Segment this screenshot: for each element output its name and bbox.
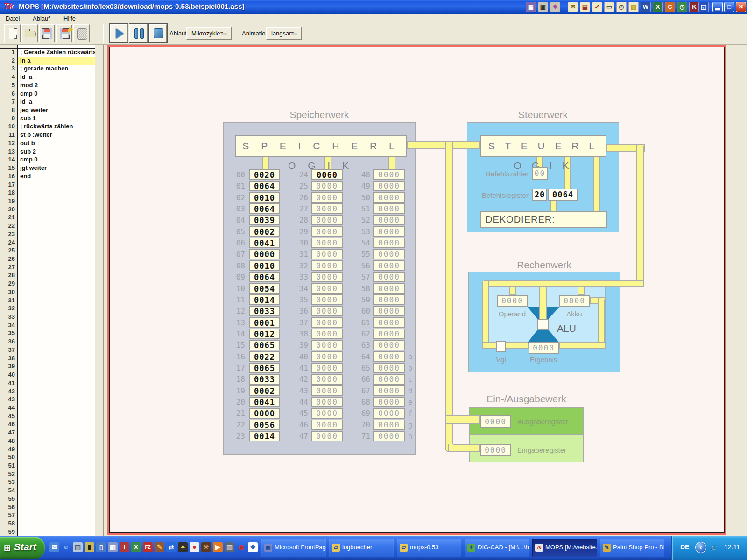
burner-icon[interactable]: ✶ [178,542,188,552]
menu-item-datei[interactable]: Datei [4,14,21,22]
line-number: 29 [0,280,15,287]
minimize-button[interactable]: ▂ [712,2,723,12]
eingaberegister-label: Eingaberegister [517,446,583,454]
access-key-icon[interactable]: K [689,2,699,12]
menu-item-hilfe[interactable]: Hilfe [62,14,78,22]
code-line: cmp 0 [18,90,95,98]
open-file-button[interactable] [21,24,38,42]
task-button-2[interactable]: logbuecher▱ [329,539,394,557]
line-number: 41 [0,379,15,386]
memory-cell-26: 0000 [311,192,343,203]
code-line [18,305,95,313]
pause-button[interactable] [129,24,148,42]
scanner-icon[interactable]: ▥ [225,542,234,552]
code-line [18,189,95,197]
memory-address: 44 [294,398,308,406]
calendar-icon[interactable]: ▤ [580,2,590,12]
headset-icon[interactable]: ◍ [236,542,246,552]
memory-cell-44: 0000 [311,397,343,407]
line-number: 3 [0,65,15,72]
volume-icon[interactable]: ♫ [710,543,716,552]
memory-address: 56 [356,261,370,270]
line-number: 18 [0,189,15,196]
memory-address: 35 [294,295,308,304]
spreadsheet-icon[interactable]: X [131,542,141,552]
notes-icon[interactable]: ▨ [628,2,639,12]
excel-icon[interactable]: X [653,2,663,12]
tk-app-icon: Tk [4,2,14,12]
ablauf-dropdown-value: Mikrozyklen [191,30,224,37]
ausgaberegister-value: 0000 [480,415,511,428]
code-line [18,495,95,504]
code-line [18,511,95,520]
memory-cell-08: 0010 [249,260,280,271]
memory-cell-62: 0000 [374,329,405,339]
new-file-button[interactable] [4,24,21,42]
task-button-5[interactable]: MOPS [M:/website...76 [532,539,597,557]
task-button-1[interactable]: Microsoft FrontPag...▣ [261,539,326,557]
mail-icon[interactable]: ✉ [568,2,578,12]
task-button-4[interactable]: DIG-CAD - [M:\...\h...✦ [465,539,529,557]
memory-address: 45 [294,409,308,418]
word-icon[interactable]: W [641,2,651,12]
remote-control-icon[interactable]: ▮ [85,542,94,552]
maximize-button[interactable]: □ [724,2,734,12]
title-bar[interactable]: Tk MOPS [M:/websites/info/lex03/download… [0,0,747,14]
gimp-icon[interactable]: ✳ [201,542,211,552]
code-editor[interactable]: ; Gerade Zahlen rückwärtsin a; gerade ma… [17,45,95,536]
restore-window-icon[interactable]: ◱ [698,2,709,12]
recorder-icon[interactable]: ● [190,542,199,552]
code-line [18,313,95,322]
wire-joint [449,444,453,451]
memory-cell-34: 0000 [311,283,343,294]
media-player-icon[interactable]: ▶ [213,542,223,552]
display-properties-icon[interactable]: ▦ [526,2,536,12]
menu-item-ablauf[interactable]: Ablauf [31,14,52,22]
save-as-button[interactable] [56,24,72,42]
memory-address: 46 [294,420,308,429]
cad-icon[interactable]: I [120,542,129,552]
memory-address: 05 [231,227,245,236]
memory-cell-58: 0000 [374,283,405,294]
code-line [18,437,95,446]
mops-application-window: Tk MOPS [M:/websites/info/lex03/download… [0,0,747,560]
filezilla-icon[interactable]: FZ [143,542,153,552]
start-button[interactable]: Start⊞ [0,537,45,559]
save-file-button[interactable] [39,24,55,42]
close-button[interactable]: ✕ [736,2,746,12]
hide-icons-chevron[interactable]: ‹ [695,542,706,553]
line-number: 13 [0,148,15,155]
schedule-icon[interactable]: ◷ [677,2,687,12]
paint-palette-icon[interactable]: ✎ [155,542,164,552]
journal-icon[interactable]: ◴ [616,2,627,12]
line-number: 2 [0,57,15,64]
play-icon [116,28,124,39]
contacts-icon[interactable]: ▭ [604,2,614,12]
animation-dropdown[interactable]: langsam [266,27,302,40]
outlook-icon[interactable]: C [665,2,675,12]
task-button-6[interactable]: Paint Shop Pro - Bild4✎ [600,539,664,557]
teamviewer-icon[interactable]: ⇄ [166,542,176,552]
language-indicator[interactable]: DE [680,543,689,551]
windows-icon[interactable]: ❖ [248,542,258,552]
stop-button[interactable] [149,24,167,42]
befehlsregister-label: Befehlsregister [468,191,529,199]
outlook-express-icon[interactable]: ✉ [49,542,59,552]
memory-address: 07 [231,250,245,259]
themes-icon[interactable]: ❖ [550,2,560,12]
memory-cell-49: 0000 [374,181,405,191]
line-number: 36 [0,338,15,345]
tasks-icon[interactable]: ✔ [592,2,602,12]
notepad-icon[interactable]: ▯ [96,542,106,552]
memory-cell-52: 0000 [374,215,405,225]
folders-icon[interactable]: ▣ [538,2,548,12]
line-number: 7 [0,98,15,105]
task-button-3[interactable]: mops-0.53▱ [397,539,461,557]
calculator-icon[interactable]: ▦ [108,542,118,552]
media-doc-icon[interactable]: ▤ [73,542,83,552]
ablauf-dropdown[interactable]: Mikrozyklen [186,27,232,40]
play-button[interactable] [110,24,128,42]
line-number: 25 [0,247,15,254]
internet-explorer-icon[interactable]: e [61,542,71,552]
panel-divider[interactable] [95,45,107,536]
